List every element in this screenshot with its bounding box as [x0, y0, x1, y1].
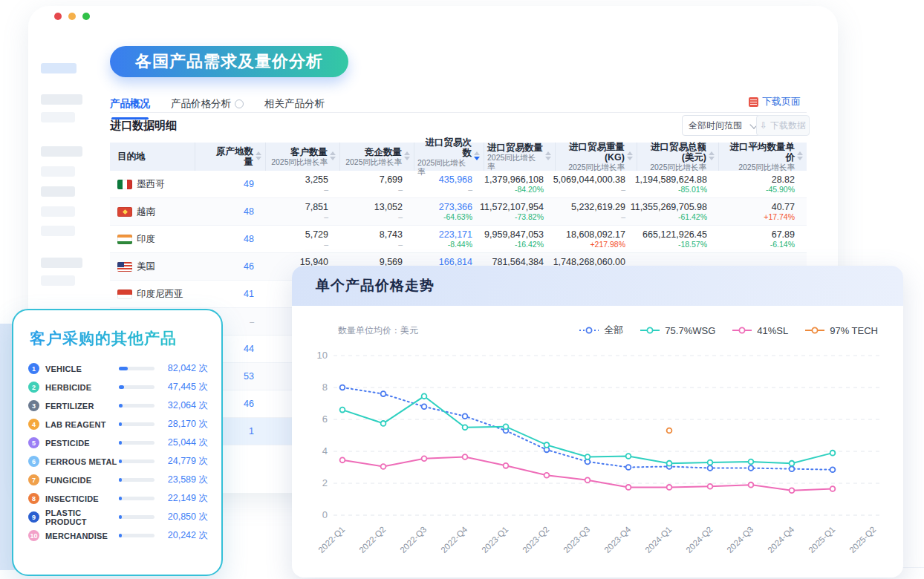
data-point[interactable] — [381, 391, 386, 396]
data-point[interactable] — [708, 460, 713, 465]
data-point[interactable] — [340, 385, 345, 390]
origin-count-value[interactable]: 53 — [244, 371, 254, 382]
data-point[interactable] — [749, 459, 754, 465]
column-header-8[interactable]: 进口贸易总额(美元)2025同比增长率 — [637, 143, 719, 171]
column-header-6[interactable]: 进口贸易数量2025同比增长率 — [484, 143, 556, 171]
data-point[interactable] — [504, 424, 509, 429]
data-point[interactable] — [667, 485, 672, 490]
cell-value[interactable]: 273,366 — [439, 202, 472, 212]
data-point[interactable] — [667, 461, 672, 466]
data-point[interactable] — [381, 464, 386, 469]
data-point[interactable] — [708, 465, 713, 471]
product-rank-item[interactable]: 4LAB REAGENT28,170 次 — [13, 415, 221, 434]
data-point[interactable] — [422, 404, 427, 409]
legend-item-4[interactable]: 97% TECH — [804, 325, 878, 336]
column-header-5[interactable]: 进口贸易次数2025同比增长率 — [414, 143, 484, 171]
product-count: 47,445 次 — [162, 381, 208, 393]
column-header-2[interactable]: 原产地数量 — [195, 143, 266, 171]
data-point[interactable] — [830, 486, 836, 491]
product-rank-item[interactable]: 7FUNGICIDE23,589 次 — [13, 471, 221, 489]
sort-carets[interactable] — [627, 151, 633, 160]
data-point[interactable] — [585, 477, 590, 482]
sort-carets[interactable] — [330, 151, 336, 160]
data-point[interactable] — [463, 425, 468, 430]
data-point[interactable] — [626, 454, 631, 459]
data-point[interactable] — [790, 466, 795, 471]
origin-count-value[interactable]: 41 — [244, 289, 254, 299]
column-header-7[interactable]: 进口贸易重量(KG)2025同比增长率 — [556, 143, 637, 171]
data-point[interactable] — [340, 457, 345, 462]
data-cell: 11,355,269,705.98-61.42% — [637, 198, 719, 225]
data-point[interactable] — [790, 461, 795, 466]
product-rank-item[interactable]: 3FERTILIZER32,064 次 — [13, 396, 221, 415]
product-rank-item[interactable]: 5PESTICIDE25,044 次 — [13, 434, 221, 452]
sidebar-skeleton-bar — [41, 112, 75, 122]
minimize-icon[interactable] — [68, 13, 76, 20]
data-point[interactable] — [790, 488, 795, 493]
sort-carets[interactable] — [797, 151, 803, 160]
origin-count-value[interactable]: 48 — [244, 234, 254, 244]
product-rank-item[interactable]: 1VEHICLE82,042 次 — [13, 359, 221, 378]
origin-count-value[interactable]: 46 — [244, 261, 254, 272]
sort-carets[interactable] — [256, 151, 261, 160]
data-point[interactable] — [626, 485, 631, 490]
origin-count-value[interactable]: 46 — [244, 399, 254, 409]
tab-2[interactable]: 产品价格分析 — [171, 95, 244, 113]
time-range-select[interactable]: 全部时间范围 — [682, 115, 764, 136]
data-point[interactable] — [422, 393, 427, 399]
data-point[interactable] — [544, 442, 550, 448]
data-point[interactable] — [422, 456, 427, 461]
data-point[interactable] — [626, 465, 631, 470]
destination-cell: 美国 — [110, 253, 195, 280]
data-point[interactable] — [830, 467, 836, 472]
column-header-3[interactable]: 客户数量2025同比增长率 — [266, 143, 340, 171]
data-point[interactable] — [749, 482, 754, 488]
data-point[interactable] — [585, 454, 590, 459]
column-header-4[interactable]: 竞企数量2025同比增长率 — [340, 143, 414, 171]
data-point[interactable] — [667, 428, 672, 434]
origin-count-value[interactable]: 49 — [244, 179, 254, 189]
data-point[interactable] — [504, 463, 509, 468]
sort-carets[interactable] — [474, 151, 480, 160]
product-bar — [119, 367, 154, 370]
tab-1[interactable]: 产品概况 — [110, 95, 150, 113]
product-rank-item[interactable]: 10MERCHANDISE20,242 次 — [13, 526, 221, 545]
maximize-icon[interactable] — [82, 13, 90, 20]
data-point[interactable] — [463, 413, 468, 419]
close-icon[interactable] — [54, 13, 62, 20]
legend-item-1[interactable]: 全部 — [579, 324, 623, 337]
column-title: 原产地数量 — [216, 146, 253, 167]
cell-value[interactable]: 223,171 — [439, 229, 472, 240]
product-rank-item[interactable]: 8INSECTICIDE22,149 次 — [13, 489, 221, 508]
data-point[interactable] — [830, 451, 836, 456]
product-rank-item[interactable]: 6FERROUS METAL24,779 次 — [13, 452, 221, 471]
data-point[interactable] — [544, 473, 550, 478]
download-page-link[interactable]: 下载页面 — [749, 95, 801, 108]
sort-carets[interactable] — [404, 151, 410, 160]
download-data-button[interactable]: ⇩ 下载数据 — [756, 115, 810, 136]
sort-carets[interactable] — [545, 151, 551, 160]
origin-count-value[interactable]: 44 — [244, 344, 254, 354]
data-point[interactable] — [708, 484, 713, 489]
origin-count-value[interactable]: 1 — [249, 426, 254, 436]
product-bar — [119, 478, 154, 482]
product-rank-item[interactable]: 2HERBICIDE47,445 次 — [13, 378, 221, 396]
legend-item-3[interactable]: 41%SL — [732, 325, 788, 336]
cell-value[interactable]: 435,968 — [439, 174, 472, 185]
column-header-9[interactable]: 进口平均数量单价2025同比增长率 — [719, 143, 807, 171]
product-rank-item[interactable]: 9PLASTIC PRODUCT20,850 次 — [13, 508, 221, 526]
data-point[interactable] — [749, 465, 754, 471]
origin-count-value[interactable]: 48 — [244, 206, 254, 217]
data-point[interactable] — [381, 421, 386, 426]
legend-item-2[interactable]: 75.7%WSG — [640, 325, 715, 336]
sort-carets[interactable] — [709, 151, 715, 160]
data-point[interactable] — [340, 408, 345, 413]
column-title: 目的地 — [117, 151, 146, 162]
product-name: PLASTIC PRODUCT — [45, 508, 119, 526]
table-row[interactable]: 越南487,851–13,052–273,366-64.63%11,572,10… — [110, 198, 807, 226]
table-row[interactable]: 印度485,729–8,743–223,171-8.44%9,959,847,0… — [110, 226, 807, 253]
data-point[interactable] — [463, 454, 468, 459]
other-products-title: 客户采购的其他产品 — [30, 328, 221, 349]
column-title: 进口贸易总额(美元) — [640, 142, 706, 163]
tab-3[interactable]: 相关产品分析 — [264, 95, 325, 113]
